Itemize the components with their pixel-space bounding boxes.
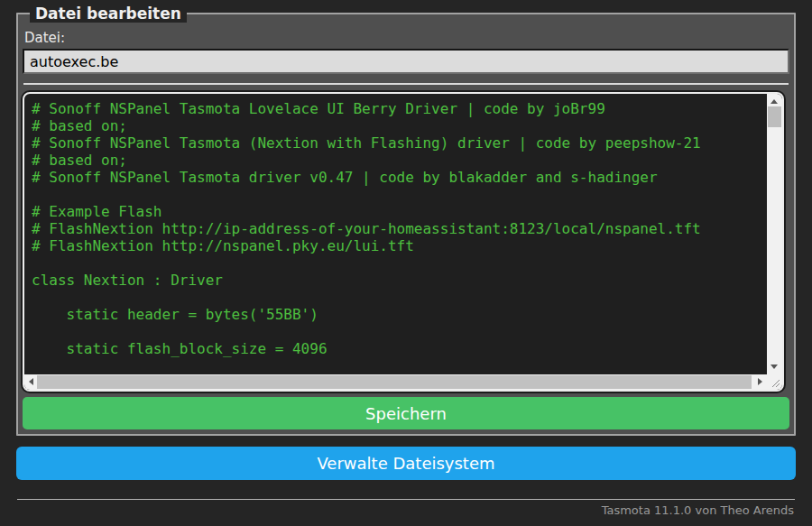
file-editor[interactable]: # Sonoff NSPanel Tasmota Lovelace UI Ber…: [23, 92, 784, 392]
scroll-left-icon[interactable]: [29, 378, 33, 385]
edit-file-fieldset: Datei bearbeiten Datei: # Sonoff NSPanel…: [16, 5, 796, 436]
file-name-input[interactable]: [23, 49, 789, 74]
footer-version: Tasmota 11.1.0 von Theo Arends: [16, 503, 796, 517]
manage-filesystem-button[interactable]: Verwalte Dateisystem: [16, 447, 796, 480]
file-label: Datei:: [24, 30, 788, 46]
save-button[interactable]: Speichern: [23, 397, 789, 429]
page: Datei bearbeiten Datei: # Sonoff NSPanel…: [0, 5, 812, 517]
fieldset-legend: Datei bearbeiten: [30, 5, 187, 23]
resize-grip-lines: [767, 374, 782, 390]
footer-divider: [17, 499, 795, 500]
divider: [23, 83, 789, 85]
file-content[interactable]: # Sonoff NSPanel Tasmota Lovelace UI Ber…: [32, 100, 759, 366]
horizontal-scrollbar[interactable]: [24, 374, 767, 390]
scroll-down-icon[interactable]: [770, 365, 778, 369]
vertical-scroll-thumb[interactable]: [768, 106, 781, 127]
scroll-right-icon[interactable]: [758, 378, 762, 385]
horizontal-scroll-thumb[interactable]: [37, 375, 752, 389]
scroll-up-icon[interactable]: [770, 99, 778, 104]
resize-grip-icon[interactable]: [767, 374, 782, 390]
vertical-scrollbar[interactable]: [767, 94, 782, 374]
